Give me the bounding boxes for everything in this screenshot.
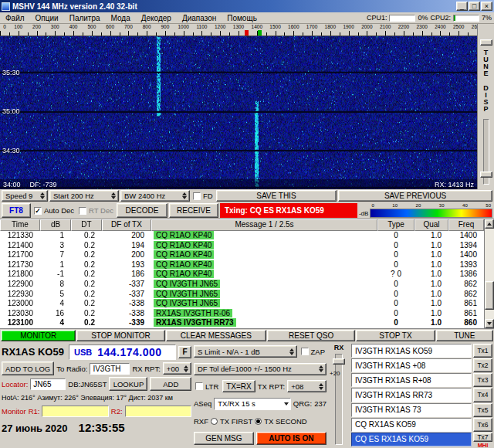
tx-message[interactable]: IV3GTH RX1AS RR73 [351, 388, 472, 402]
fd-checkbox[interactable]: FD [191, 190, 215, 202]
start-frequency-spinner[interactable]: Start 200 Hz [49, 190, 119, 202]
tx-first-radio[interactable] [211, 418, 218, 425]
s-limit-spin-arrows[interactable] [288, 348, 296, 355]
ltr-checkbox[interactable]: LTR [194, 382, 220, 391]
table-row[interactable]: 12140030.2194CQ R1AO KP4001.01394 [0, 241, 494, 251]
tx-message[interactable]: IV3GTH RX1AS +08 [351, 358, 472, 372]
spin-up-icon[interactable] [184, 365, 188, 368]
spin-up-icon[interactable] [319, 365, 323, 368]
table-row[interactable]: 121800-10.2186CQ R1AO KP40? 01.01386 [0, 270, 494, 280]
spin-down-icon[interactable] [40, 196, 45, 199]
tx-select-button[interactable]: Tx5 [473, 403, 492, 417]
menu-item[interactable]: Помощь [222, 13, 262, 23]
locator-input[interactable]: JN65 [30, 378, 66, 390]
rx-gain-slider[interactable] [335, 354, 343, 445]
spin-up-icon[interactable] [182, 192, 187, 195]
monitor-button[interactable]: MONITOR [1, 330, 76, 341]
receive-button[interactable]: RECEIVE [169, 203, 218, 218]
tx-message[interactable]: CQ RX1AS KO59 [351, 418, 472, 432]
maximize-icon[interactable]: □ [469, 2, 480, 11]
header-message[interactable]: Message 1 / 2.5s [151, 219, 377, 231]
frequency-edit-button[interactable]: F [178, 346, 191, 358]
menu-item[interactable]: Диапазон [177, 13, 222, 23]
tx-select-button[interactable]: Tx7 [473, 433, 492, 442]
tx-select-button[interactable]: Tx2 [473, 358, 492, 372]
table-row[interactable]: 12310040.2-339RX1AS IV3GTH RR7301.0860 [0, 318, 494, 328]
decode-button[interactable]: DECODE [117, 203, 167, 218]
save-this-button[interactable]: SAVE THIS [216, 190, 337, 202]
header-time[interactable]: Time [0, 219, 40, 231]
tx-select-button[interactable]: Tx6 [473, 418, 492, 432]
rt-dec-checkbox-box[interactable] [79, 207, 86, 215]
scroll-up-icon[interactable] [485, 219, 494, 229]
table-row[interactable]: 12173010.2193CQ R1AO KP4001.01393 [0, 260, 494, 270]
header-type[interactable]: Type [377, 219, 414, 231]
header-freq[interactable]: Freq [448, 219, 484, 231]
scrollbar-track[interactable] [485, 229, 494, 319]
stop-tx-button[interactable]: STOP TX [356, 330, 435, 341]
tx-second-radio[interactable] [255, 418, 262, 425]
spin-up-icon[interactable] [40, 192, 45, 195]
speed-spin-arrows[interactable] [39, 192, 46, 199]
tx-select-button[interactable]: Tx3 [473, 373, 492, 387]
header-dt[interactable]: DT [71, 219, 102, 231]
spin-down-icon[interactable] [289, 352, 294, 355]
disp-slider-handle[interactable] [480, 171, 492, 178]
mode-button[interactable]: FT8 [2, 203, 31, 218]
auto-dec-checkbox-box[interactable]: ✓ [34, 207, 42, 215]
period-combobox[interactable]: TX/RX 15 s [214, 398, 291, 410]
start-spin-arrows[interactable] [110, 192, 117, 199]
save-previous-button[interactable]: SAVE PREVIOUS [338, 190, 492, 202]
gen-msg-button[interactable]: GEN MSG [194, 432, 254, 445]
table-row[interactable]: 123030160.2-338RX1AS IV3GTH R-0601.0861 [0, 309, 494, 319]
add-to-log-button[interactable]: ADD TO LOG [2, 361, 54, 375]
bandwidth-spinner[interactable]: BW 2400 Hz [120, 190, 190, 202]
spin-up-icon[interactable] [289, 348, 294, 351]
auto-is-on-button[interactable]: AUTO IS ON [256, 432, 327, 445]
spin-down-icon[interactable] [111, 196, 116, 199]
df-tol-spin-arrows[interactable] [317, 365, 325, 372]
spin-down-icon[interactable] [319, 387, 323, 390]
reset-qso-button[interactable]: RESET QSO [267, 330, 355, 341]
table-row[interactable]: 12290080.2-337CQ IV3GTH JN6501.0862 [0, 280, 494, 290]
tune-slider-handle[interactable] [480, 39, 492, 46]
fd-checkbox-box[interactable] [193, 192, 201, 200]
table-row[interactable]: 12133010.2200CQ R1AO KP4001.01400 [0, 231, 494, 241]
spin-up-icon[interactable] [111, 192, 116, 195]
rx-rpt-spin-arrows[interactable] [182, 365, 190, 372]
menu-item[interactable]: Палитра [64, 13, 106, 23]
tx-message[interactable]: IV3GTH RX1AS 73 [351, 403, 472, 417]
add-button[interactable]: ADD [150, 377, 191, 391]
tx-equals-rx-button[interactable]: TX=RX [222, 380, 255, 392]
spin-down-icon[interactable] [182, 196, 187, 199]
stop-monitor-button[interactable]: STOP MONITOR [76, 330, 164, 341]
tx-message[interactable]: CQ ES RX1AS KO59 [351, 433, 472, 446]
r1-input[interactable] [42, 406, 108, 417]
header-db[interactable]: dB [40, 219, 71, 231]
tx-message[interactable]: IV3GTH RX1AS KO59 [351, 344, 472, 358]
table-row[interactable]: 12293050.2-337CQ IV3GTH JN6501.0862 [0, 290, 494, 300]
auto-dec-checkbox[interactable]: ✓ Auto Dec [32, 203, 76, 218]
menu-item[interactable]: Мода [106, 13, 136, 23]
disp-slider[interactable] [483, 119, 489, 185]
rx-rpt-spinner[interactable]: +00 [163, 362, 191, 375]
frequency-ruler[interactable]: 0100200300400500600700800900100011001200… [0, 24, 477, 36]
table-row[interactable]: 12300040.2-338CQ IV3GTH JN6501.0861 [0, 299, 494, 309]
header-df[interactable]: DF of TX [102, 219, 151, 231]
menu-item[interactable]: Файл [0, 13, 30, 23]
ltr-checkbox-box[interactable] [195, 382, 203, 390]
to-radio-input[interactable]: IV3GTH [90, 363, 130, 375]
rt-dec-checkbox[interactable]: RT Dec [77, 203, 115, 218]
clear-messages-button[interactable]: CLEAR MESSAGES [166, 330, 266, 341]
waterfall-canvas[interactable] [0, 36, 477, 189]
speed-spinner[interactable]: Speed 9 [2, 190, 48, 202]
tx-select-button[interactable]: Tx1 [473, 344, 492, 358]
header-qual[interactable]: Qual [414, 219, 448, 231]
table-row[interactable]: 12170070.2200CQ R1AO KP4001.01400 [0, 250, 494, 260]
tx-select-button[interactable]: Tx4 [473, 388, 492, 402]
spin-up-icon[interactable] [319, 383, 323, 386]
table-scrollbar[interactable] [484, 219, 494, 328]
zap-checkbox[interactable]: ZAP [299, 348, 327, 356]
bw-spin-arrows[interactable] [181, 192, 188, 199]
s-limit-spinner[interactable]: S Limit - N/A - 1 dB [194, 345, 297, 358]
